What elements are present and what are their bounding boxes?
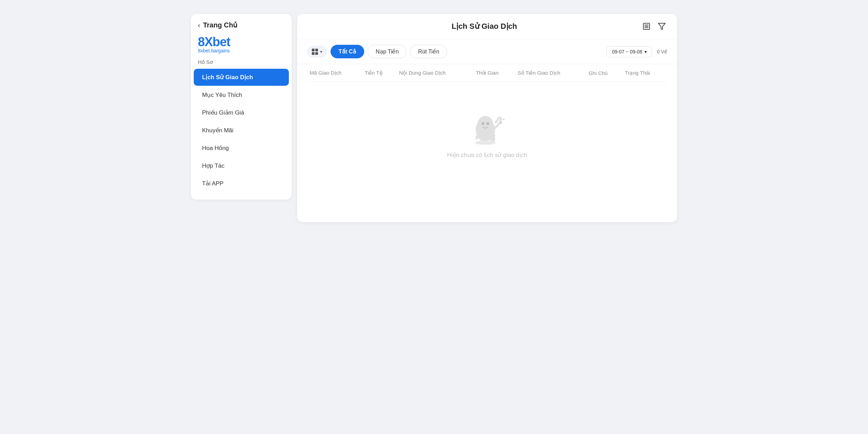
sidebar-item-hoa-hong[interactable]: Hoa Hồng xyxy=(194,140,289,157)
logo-main: 8Xbet xyxy=(198,35,230,49)
col-thoi-gian: Thời Gian xyxy=(473,64,515,82)
filter-all-button[interactable]: Tất Cả xyxy=(331,45,364,58)
table-container: Mã Giao Dịch Tiền Tệ Nội Dung Giao Dịch … xyxy=(297,64,677,82)
date-picker[interactable]: 09-07 ~ 09-08 ▾ xyxy=(607,46,652,57)
svg-point-6 xyxy=(478,116,493,131)
list-view-button[interactable] xyxy=(641,21,652,32)
filter-icon xyxy=(658,22,666,31)
svg-point-11 xyxy=(475,141,496,145)
logo-x: X xyxy=(205,35,212,49)
empty-ghost-icon xyxy=(466,110,508,151)
logo-sub: 8xbet.bargains xyxy=(198,48,285,53)
col-ghi-chu: Ghi Chú xyxy=(586,64,622,82)
date-range-value: 09-07 ~ 09-08 xyxy=(612,49,642,55)
grid-cell-1 xyxy=(312,49,315,51)
empty-text: Hiện chưa có lịch sử giao dịch xyxy=(447,151,527,159)
main-content: Lịch Sử Giao Dịch xyxy=(297,14,677,222)
grid-icon xyxy=(312,49,318,55)
sidebar-nav: Lịch Sử Giao Dịch Mục Yêu Thích Phiếu Gi… xyxy=(191,69,292,192)
svg-point-8 xyxy=(486,122,489,125)
logo-area: 8Xbet 8xbet.bargains xyxy=(191,35,292,59)
sidebar-item-phieu-giam-gia[interactable]: Phiếu Giảm Giá xyxy=(194,104,289,121)
grid-cell-3 xyxy=(312,52,315,55)
table-header-row: Mã Giao Dịch Tiền Tệ Nội Dung Giao Dịch … xyxy=(307,64,667,82)
back-button[interactable]: ‹ xyxy=(198,21,200,29)
svg-point-10 xyxy=(503,119,504,120)
sidebar-header: ‹ Trang Chủ xyxy=(191,21,292,35)
filter-button[interactable] xyxy=(656,21,667,32)
chevron-down-icon: ▾ xyxy=(320,49,322,54)
col-noi-dung: Nội Dung Giao Dịch xyxy=(397,64,473,82)
grid-cell-4 xyxy=(315,52,318,55)
col-tien-te: Tiền Tệ xyxy=(362,64,396,82)
sidebar-item-lich-su-giao-dich[interactable]: Lịch Sử Giao Dịch xyxy=(194,69,289,86)
svg-point-7 xyxy=(482,122,484,125)
transactions-table: Mã Giao Dịch Tiền Tệ Nội Dung Giao Dịch … xyxy=(307,64,667,82)
page-title: Lịch Sử Giao Dịch xyxy=(328,22,641,31)
col-so-tien: Số Tiền Giao Dịch xyxy=(515,64,586,82)
count-badge: 0 Về xyxy=(657,49,667,55)
grid-cell-2 xyxy=(315,49,318,51)
date-range: 09-07 ~ 09-08 ▾ 0 Về xyxy=(607,46,667,57)
dropdown-arrow-icon: ▾ xyxy=(644,49,647,55)
sidebar-item-muc-yeu-thich[interactable]: Mục Yêu Thích xyxy=(194,86,289,103)
sidebar-title: Trang Chủ xyxy=(203,21,238,29)
svg-point-9 xyxy=(500,122,502,124)
logo: 8Xbet 8xbet.bargains xyxy=(198,35,285,53)
profile-label: Hồ Sơ xyxy=(191,59,292,68)
col-ma-giao-dich: Mã Giao Dịch xyxy=(307,64,362,82)
sidebar-item-hop-tac[interactable]: Hợp Tác xyxy=(194,157,289,174)
sidebar-item-tai-app[interactable]: Tải APP xyxy=(194,175,289,192)
filter-nap-button[interactable]: Nạp Tiền xyxy=(368,45,407,58)
list-icon xyxy=(642,22,651,31)
sidebar: ‹ Trang Chủ 8Xbet 8xbet.bargains Hồ Sơ L… xyxy=(191,14,292,200)
main-header: Lịch Sử Giao Dịch xyxy=(297,14,677,39)
table-head: Mã Giao Dịch Tiền Tệ Nội Dung Giao Dịch … xyxy=(307,64,667,82)
grid-selector-button[interactable]: ▾ xyxy=(307,46,327,58)
svg-marker-4 xyxy=(658,23,665,30)
filter-bar: ▾ Tất Cả Nạp Tiền Rút Tiền 09-07 ~ 09-08… xyxy=(297,39,677,64)
back-icon: ‹ xyxy=(198,21,200,29)
header-icons xyxy=(641,21,667,32)
logo-bet: bet xyxy=(212,35,230,49)
empty-state: Hiện chưa có lịch sử giao dịch xyxy=(297,82,677,186)
logo-8: 8 xyxy=(198,35,205,49)
sidebar-item-khuyen-mai[interactable]: Khuyến Mãi xyxy=(194,122,289,139)
col-trang-thai: Trạng Thái xyxy=(622,64,667,82)
filter-rut-button[interactable]: Rút Tiền xyxy=(410,45,447,58)
